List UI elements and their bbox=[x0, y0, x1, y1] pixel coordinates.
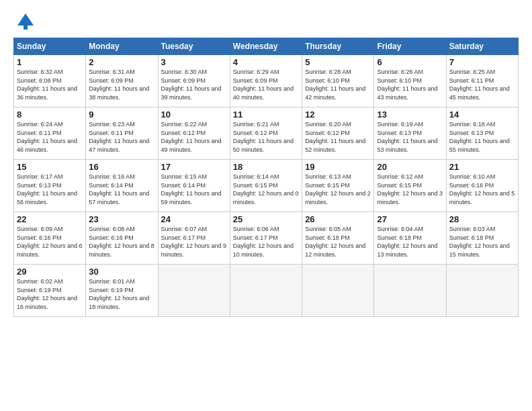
calendar-cell: 8 Sunrise: 6:24 AM Sunset: 6:11 PM Dayli… bbox=[14, 107, 86, 160]
daylight-label: Daylight: 12 hours and 5 minutes. bbox=[449, 190, 515, 205]
calendar-cell bbox=[374, 265, 446, 317]
sunrise: Sunrise: 6:21 AM bbox=[233, 121, 279, 128]
day-info: Sunrise: 6:06 AM Sunset: 6:17 PM Dayligh… bbox=[233, 225, 299, 259]
daylight-label: Daylight: 12 hours and 8 minutes. bbox=[89, 242, 154, 258]
day-info: Sunrise: 6:26 AM Sunset: 6:10 PM Dayligh… bbox=[377, 68, 443, 101]
calendar-cell: 6 Sunrise: 6:26 AM Sunset: 6:10 PM Dayli… bbox=[374, 55, 446, 107]
sunset: Sunset: 6:17 PM bbox=[233, 234, 278, 241]
day-number: 18 bbox=[233, 162, 299, 172]
logo-icon bbox=[16, 12, 35, 31]
daylight-label: Daylight: 11 hours and 38 minutes. bbox=[89, 85, 149, 101]
sunset: Sunset: 6:18 PM bbox=[305, 234, 350, 241]
day-info: Sunrise: 6:03 AM Sunset: 6:18 PM Dayligh… bbox=[449, 225, 515, 259]
calendar-cell: 19 Sunrise: 6:13 AM Sunset: 6:15 PM Dayl… bbox=[302, 160, 374, 212]
day-number: 13 bbox=[377, 109, 443, 120]
day-number: 17 bbox=[161, 162, 227, 172]
sunrise: Sunrise: 6:05 AM bbox=[305, 226, 351, 232]
calendar-cell: 17 Sunrise: 6:15 AM Sunset: 6:14 PM Dayl… bbox=[158, 160, 230, 212]
day-number: 6 bbox=[377, 57, 443, 67]
sunrise: Sunrise: 6:13 AM bbox=[305, 173, 351, 180]
sunrise: Sunrise: 6:15 AM bbox=[161, 173, 208, 180]
daylight-label: Daylight: 11 hours and 43 minutes. bbox=[377, 85, 437, 101]
day-info: Sunrise: 6:24 AM Sunset: 6:11 PM Dayligh… bbox=[17, 120, 83, 154]
day-info: Sunrise: 6:31 AM Sunset: 6:09 PM Dayligh… bbox=[89, 68, 154, 101]
day-info: Sunrise: 6:16 AM Sunset: 6:14 PM Dayligh… bbox=[89, 173, 154, 206]
day-number: 22 bbox=[17, 214, 83, 224]
sunset: Sunset: 6:15 PM bbox=[233, 182, 278, 189]
calendar-cell bbox=[302, 265, 374, 317]
sunset: Sunset: 6:11 PM bbox=[89, 130, 134, 136]
daylight-label: Daylight: 11 hours and 56 minutes. bbox=[17, 190, 77, 205]
day-number: 1 bbox=[17, 57, 83, 67]
day-info: Sunrise: 6:12 AM Sunset: 6:15 PM Dayligh… bbox=[377, 173, 443, 206]
day-info: Sunrise: 6:02 AM Sunset: 6:19 PM Dayligh… bbox=[17, 277, 83, 311]
daylight-label: Daylight: 11 hours and 57 minutes. bbox=[89, 190, 149, 205]
sunset: Sunset: 6:11 PM bbox=[17, 130, 62, 136]
sunrise: Sunrise: 6:03 AM bbox=[449, 226, 496, 232]
sunrise: Sunrise: 6:25 AM bbox=[449, 68, 496, 75]
calendar-cell: 29 Sunrise: 6:02 AM Sunset: 6:19 PM Dayl… bbox=[14, 265, 86, 317]
day-info: Sunrise: 6:17 AM Sunset: 6:13 PM Dayligh… bbox=[17, 173, 83, 206]
sunrise: Sunrise: 6:12 AM bbox=[377, 173, 423, 180]
daylight-label: Daylight: 12 hours and 9 minutes. bbox=[161, 242, 227, 258]
calendar-cell bbox=[158, 265, 230, 317]
sunset: Sunset: 6:12 PM bbox=[233, 130, 278, 136]
sunrise: Sunrise: 6:22 AM bbox=[161, 121, 208, 128]
calendar-cell: 12 Sunrise: 6:20 AM Sunset: 6:12 PM Dayl… bbox=[302, 107, 374, 160]
sunset: Sunset: 6:10 PM bbox=[377, 77, 422, 84]
day-number: 20 bbox=[377, 162, 443, 172]
col-friday: Friday bbox=[374, 38, 446, 55]
sunrise: Sunrise: 6:20 AM bbox=[305, 121, 351, 128]
day-number: 9 bbox=[89, 109, 154, 120]
calendar-cell: 21 Sunrise: 6:10 AM Sunset: 6:16 PM Dayl… bbox=[446, 160, 518, 212]
sunrise: Sunrise: 6:26 AM bbox=[377, 68, 423, 75]
calendar-cell: 25 Sunrise: 6:06 AM Sunset: 6:17 PM Dayl… bbox=[230, 212, 302, 265]
calendar-cell: 9 Sunrise: 6:23 AM Sunset: 6:11 PM Dayli… bbox=[86, 107, 158, 160]
sunrise: Sunrise: 6:04 AM bbox=[377, 226, 423, 232]
sunset: Sunset: 6:19 PM bbox=[89, 287, 134, 293]
sunset: Sunset: 6:17 PM bbox=[161, 234, 206, 241]
sunset: Sunset: 6:12 PM bbox=[161, 130, 206, 136]
sunset: Sunset: 6:18 PM bbox=[449, 234, 494, 241]
day-number: 16 bbox=[89, 162, 154, 172]
day-info: Sunrise: 6:14 AM Sunset: 6:15 PM Dayligh… bbox=[233, 173, 299, 206]
day-info: Sunrise: 6:15 AM Sunset: 6:14 PM Dayligh… bbox=[161, 173, 227, 206]
sunset: Sunset: 6:13 PM bbox=[17, 182, 62, 189]
sunrise: Sunrise: 6:08 AM bbox=[89, 226, 135, 232]
sunset: Sunset: 6:19 PM bbox=[17, 287, 62, 293]
calendar-week-4: 29 Sunrise: 6:02 AM Sunset: 6:19 PM Dayl… bbox=[14, 265, 519, 317]
sunset: Sunset: 6:09 PM bbox=[161, 77, 206, 84]
day-info: Sunrise: 6:08 AM Sunset: 6:16 PM Dayligh… bbox=[89, 225, 154, 259]
sunrise: Sunrise: 6:02 AM bbox=[17, 278, 63, 285]
sunset: Sunset: 6:16 PM bbox=[449, 182, 494, 189]
header bbox=[13, 12, 519, 31]
col-wednesday: Wednesday bbox=[230, 38, 302, 55]
day-info: Sunrise: 6:30 AM Sunset: 6:09 PM Dayligh… bbox=[161, 68, 227, 101]
sunset: Sunset: 6:09 PM bbox=[89, 77, 134, 84]
sunrise: Sunrise: 6:09 AM bbox=[17, 226, 63, 232]
svg-marker-0 bbox=[17, 13, 34, 26]
daylight-label: Daylight: 12 hours and 16 minutes. bbox=[17, 295, 77, 310]
day-number: 29 bbox=[17, 267, 83, 277]
day-number: 12 bbox=[305, 109, 371, 120]
sunrise: Sunrise: 6:28 AM bbox=[305, 68, 351, 75]
daylight-label: Daylight: 12 hours and 2 minutes. bbox=[305, 190, 371, 205]
daylight-label: Daylight: 11 hours and 42 minutes. bbox=[305, 85, 365, 101]
day-number: 3 bbox=[161, 57, 227, 67]
daylight-label: Daylight: 11 hours and 40 minutes. bbox=[233, 85, 294, 101]
day-number: 28 bbox=[449, 214, 515, 224]
sunrise: Sunrise: 6:14 AM bbox=[233, 173, 279, 180]
sunrise: Sunrise: 6:32 AM bbox=[17, 68, 63, 75]
day-info: Sunrise: 6:21 AM Sunset: 6:12 PM Dayligh… bbox=[233, 120, 299, 154]
daylight-label: Daylight: 12 hours and 3 minutes. bbox=[377, 190, 443, 205]
daylight-label: Daylight: 11 hours and 47 minutes. bbox=[89, 138, 149, 153]
day-number: 4 bbox=[233, 57, 299, 67]
calendar-cell: 20 Sunrise: 6:12 AM Sunset: 6:15 PM Dayl… bbox=[374, 160, 446, 212]
day-number: 5 bbox=[305, 57, 371, 67]
daylight-label: Daylight: 12 hours and 10 minutes. bbox=[233, 242, 294, 258]
calendar-cell: 18 Sunrise: 6:14 AM Sunset: 6:15 PM Dayl… bbox=[230, 160, 302, 212]
calendar-cell: 3 Sunrise: 6:30 AM Sunset: 6:09 PM Dayli… bbox=[158, 55, 230, 107]
day-number: 7 bbox=[449, 57, 515, 67]
daylight-label: Daylight: 11 hours and 45 minutes. bbox=[449, 85, 510, 101]
sunrise: Sunrise: 6:17 AM bbox=[17, 173, 63, 180]
